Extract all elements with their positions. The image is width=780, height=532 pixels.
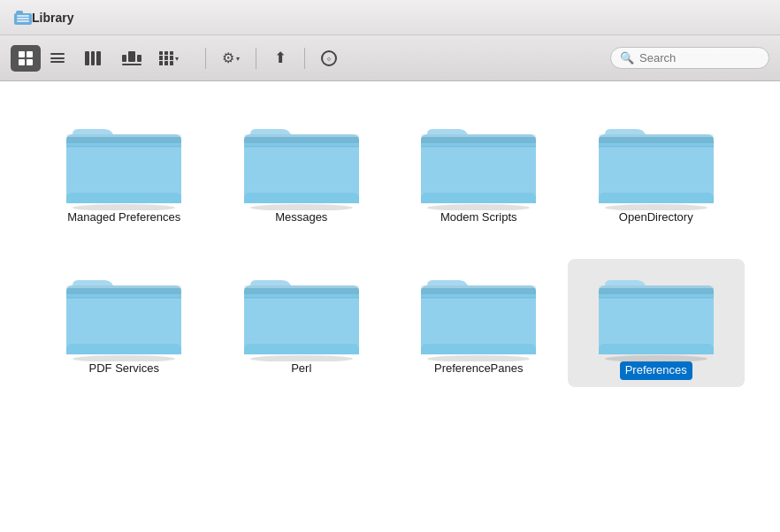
folder-label: Preferences: [620, 361, 692, 380]
folder-icon: [594, 266, 718, 361]
folder-icon: [240, 115, 363, 210]
window-title: Library: [32, 11, 73, 25]
toolbar: ▾ ⚙ ▾ ⬆ ⬦ 🔍: [0, 35, 780, 81]
svg-point-24: [605, 204, 707, 210]
folder-icon: [417, 115, 540, 210]
svg-rect-30: [599, 193, 714, 203]
svg-rect-43: [244, 285, 359, 288]
folder-label: Perl: [291, 361, 311, 376]
toolbar-separator-1: [205, 48, 206, 69]
folder-item-pdf-services[interactable]: PDF Services: [35, 259, 213, 387]
svg-rect-6: [66, 193, 181, 203]
chevron-down-icon: ▾: [175, 55, 179, 63]
columns-icon: [85, 51, 101, 65]
svg-rect-46: [244, 344, 359, 354]
svg-rect-38: [66, 344, 181, 354]
folder-item-preference-panes[interactable]: PreferencePanes: [390, 259, 568, 387]
svg-rect-62: [599, 344, 714, 354]
folder-item-preferences[interactable]: Preferences: [568, 259, 746, 387]
folder-item-modem-scripts[interactable]: Modem Scripts: [390, 108, 568, 232]
folder-item-open-directory[interactable]: OpenDirectory: [568, 108, 746, 232]
share-button[interactable]: ⬆: [265, 45, 295, 72]
svg-point-8: [250, 204, 353, 210]
grid4-icon: [19, 51, 33, 65]
search-input[interactable]: [639, 51, 760, 65]
svg-rect-59: [599, 285, 714, 288]
search-box: 🔍: [610, 47, 769, 69]
folder-item-perl[interactable]: Perl: [213, 259, 391, 387]
folder-item-messages[interactable]: Messages: [213, 108, 391, 232]
folder-grid: Managed PreferencesMessagesModem Scripts…: [0, 81, 780, 532]
svg-point-0: [73, 204, 175, 210]
folder-icon: [417, 266, 540, 361]
tag-icon: ⬦: [321, 50, 337, 66]
folder-label: Modem Scripts: [440, 210, 517, 225]
folder-icon: [62, 266, 186, 361]
column-view-button[interactable]: [74, 45, 111, 72]
folder-label: PDF Services: [89, 361, 159, 376]
svg-rect-19: [421, 134, 536, 137]
folder-icon: [62, 115, 186, 210]
folder-label: PreferencePanes: [434, 361, 523, 376]
svg-rect-54: [421, 344, 536, 354]
group-icon: [159, 51, 173, 65]
svg-point-40: [250, 355, 353, 361]
tag-button[interactable]: ⬦: [314, 45, 344, 72]
folder-label: Managed Preferences: [67, 210, 180, 225]
svg-rect-3: [66, 134, 181, 137]
svg-point-56: [605, 355, 707, 361]
svg-rect-14: [244, 193, 359, 203]
toolbar-separator-2: [256, 48, 256, 69]
icon-view-button[interactable]: [11, 45, 41, 72]
coverflow-icon: [122, 51, 141, 65]
svg-rect-51: [421, 285, 536, 288]
list-view-button[interactable]: [42, 45, 73, 72]
view-button-group: ▾: [11, 45, 196, 72]
svg-rect-11: [244, 134, 359, 137]
folder-item-managed-preferences[interactable]: Managed Preferences: [35, 108, 213, 232]
coverflow-view-button[interactable]: [113, 45, 150, 72]
folder-icon: [240, 266, 363, 361]
svg-point-16: [427, 204, 530, 210]
chevron-down-icon: ▾: [236, 55, 240, 63]
svg-point-32: [73, 355, 175, 361]
share-icon: ⬆: [274, 49, 287, 67]
folder-label: Messages: [275, 210, 327, 225]
toolbar-separator-3: [304, 48, 305, 69]
title-bar: Library: [0, 0, 780, 35]
group-button[interactable]: ▾: [154, 45, 196, 72]
library-folder-icon: [14, 11, 32, 25]
action-button[interactable]: ⚙ ▾: [215, 45, 247, 72]
svg-rect-22: [421, 193, 536, 203]
svg-rect-27: [599, 134, 714, 137]
svg-rect-35: [66, 285, 181, 288]
gear-icon: ⚙: [222, 49, 234, 66]
svg-point-48: [427, 355, 530, 361]
search-icon: 🔍: [620, 51, 634, 65]
folder-label: OpenDirectory: [619, 210, 693, 225]
folder-icon: [594, 115, 718, 210]
list-icon: [50, 53, 65, 63]
